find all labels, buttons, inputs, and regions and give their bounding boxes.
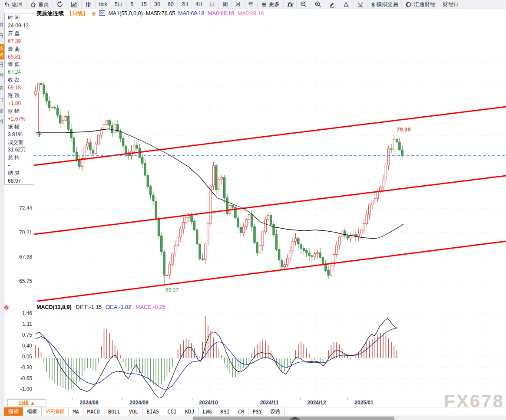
hamburger-icon <box>261 2 267 7</box>
strip-item[interactable]: 月 <box>0 72 4 78</box>
toolbar-more[interactable]: 更多 <box>258 0 284 9</box>
toolbar-zoom-out[interactable] <box>297 0 311 9</box>
toolbar-sim-trading[interactable]: $模拟交易 <box>368 0 402 9</box>
toolbar-monthly[interactable]: 月 <box>232 0 245 9</box>
toolbar-4h[interactable]: 4H <box>192 0 206 9</box>
tab-LW&[interactable]: LW& <box>199 407 217 416</box>
tab-MA[interactable]: MA <box>69 407 83 416</box>
macd-axis-tick: -0.30 <box>12 364 32 371</box>
toolbar-back[interactable]: 返回 <box>0 0 26 9</box>
svg-text:79.39: 79.39 <box>397 126 411 133</box>
toolbar-triangle-down[interactable] <box>354 0 368 9</box>
tab-BIAS[interactable]: BIAS <box>142 407 163 416</box>
ma-current-value: MA0:69.18 <box>208 10 234 16</box>
triangle-down-icon <box>357 1 364 8</box>
price-axis-tick: 70.21 <box>12 230 32 236</box>
tab-PSY[interactable]: PSY <box>248 407 266 416</box>
month-tick <box>73 398 73 400</box>
toolbar-30min[interactable]: 30 <box>151 0 164 9</box>
strip-item[interactable]: 者 <box>0 85 4 91</box>
strip-item[interactable]: 势 <box>0 52 4 57</box>
toolbar-tick[interactable]: tick <box>96 0 111 9</box>
toolbar-5d[interactable]: 5日 <box>111 0 127 9</box>
strip-item[interactable]: 线 <box>0 46 4 51</box>
macd-chart-canvas[interactable] <box>0 304 506 398</box>
horizontal-scrollbar[interactable] <box>0 416 506 420</box>
toolbar-yearly-label: 年 <box>248 1 254 8</box>
ma-values: MA0:69.18MA0:69.18MA0:69.18 <box>178 10 267 16</box>
macd-axis-tick: -0.65 <box>12 375 32 381</box>
tab-指标[interactable]: 指标 <box>4 407 23 416</box>
macd-gridlines <box>34 305 506 398</box>
indicator-settings-icon[interactable] <box>3 304 10 312</box>
triangle-up-icon <box>343 1 350 7</box>
toolbar-fx678-site[interactable]: 汇通财经 <box>402 0 439 9</box>
macd-axis-tick: 0.40 <box>12 343 32 349</box>
trend-channel-lines[interactable] <box>34 107 506 301</box>
toolbar-home[interactable]: 首页 <box>26 0 53 9</box>
toolbar-4h-label: 4H <box>195 1 202 7</box>
tab-CCI[interactable]: CCI <box>163 407 181 416</box>
price-chart-canvas[interactable]: 79.3965.27 <box>0 9 506 304</box>
period-selector[interactable]: 日线 ▲ <box>7 399 46 407</box>
mini-chart-icon <box>99 10 105 17</box>
symbol-period[interactable]: 【日线】 <box>67 10 89 17</box>
toolbar-indicator-settings[interactable] <box>82 0 96 9</box>
price-axis-tick: 65.75 <box>12 278 32 284</box>
strip-item[interactable]: 料 <box>0 119 4 124</box>
macd-header: MACD(13,8,9) DIFF:-1.15 DEA:-1.02 MACD:-… <box>36 304 165 310</box>
scrollbar-arrow-icon[interactable] <box>289 417 301 420</box>
toolbar-chart-type[interactable] <box>67 0 82 9</box>
info-value: +1.80 <box>8 100 34 108</box>
tab-MACD[interactable]: MACD <box>83 407 104 416</box>
tab-RSI[interactable]: RSI <box>216 407 234 416</box>
tab-设置[interactable]: 设置 <box>266 407 285 416</box>
toolbar-zoom-in[interactable] <box>311 0 325 9</box>
diff-line <box>36 318 397 398</box>
toolbar-triangle-up[interactable] <box>339 0 354 9</box>
info-label: 最 高 <box>8 46 34 53</box>
toolbar-draw[interactable] <box>325 0 339 9</box>
toolbar-60min[interactable]: 60 <box>164 0 178 9</box>
toolbar-fx678-site-label: 汇通财经 <box>413 1 435 8</box>
tab-BOLL[interactable]: BOLL <box>104 407 125 416</box>
strip-item[interactable]: 时 <box>0 22 4 27</box>
toolbar-2h[interactable]: 2H <box>178 0 192 9</box>
toolbar-fx-functions[interactable]: fx <box>284 0 297 9</box>
strip-item[interactable]: 日 <box>0 33 4 38</box>
toolbar-tick-label: tick <box>99 1 107 7</box>
tab-VOL[interactable]: VOL <box>125 407 143 416</box>
strip-item[interactable]: 资 <box>0 108 4 114</box>
globe-icon <box>405 1 412 8</box>
pencil-icon <box>329 1 335 8</box>
strip-item[interactable]: 日 <box>0 62 4 67</box>
toolbar-daily[interactable]: 日 <box>206 0 219 9</box>
toolbar-back-label: 返回 <box>12 1 23 8</box>
macd-axis-tick: -1.00 <box>12 386 32 392</box>
left-sidebar-strip[interactable]: 时日线势日月者门资料 <box>0 9 4 416</box>
ma-current-value: MA0:69.18 <box>238 10 264 16</box>
toolbar-5min[interactable]: 5 <box>127 0 137 9</box>
tab-VIP指标[interactable]: VIP指标 <box>42 407 69 416</box>
macd-axis-tick: 1.11 <box>12 321 32 327</box>
toolbar-refresh[interactable] <box>53 0 67 9</box>
toolbar-fin-calendar[interactable]: 财经日 <box>439 0 463 9</box>
tab-模板[interactable]: 模板 <box>23 407 42 416</box>
date-axis-label: 2024/09 <box>129 400 148 406</box>
toolbar-yearly[interactable]: 年 <box>245 0 258 9</box>
svg-text:65.27: 65.27 <box>165 287 179 293</box>
info-label: 时 间 <box>8 14 34 22</box>
macd-axis-tick: 1.46 <box>12 310 32 316</box>
toolbar-fin-calendar-label: 财经日 <box>443 1 459 8</box>
macd-histogram <box>36 316 397 390</box>
toolbar-weekly[interactable]: 周 <box>219 0 232 9</box>
toolbar-5min-label: 5 <box>130 1 133 7</box>
date-axis-label: 2024/10 <box>199 400 218 406</box>
info-label: 结 算 <box>8 170 34 177</box>
toolbar-15min[interactable]: 15 <box>137 0 151 9</box>
tab-CR[interactable]: CR <box>234 407 248 416</box>
add-compare-icon[interactable]: ⊕ <box>92 10 96 17</box>
strip-item[interactable]: 门 <box>0 97 4 102</box>
tab-KDJ[interactable]: KDJ <box>181 407 199 416</box>
info-value: 31.62万 <box>8 146 34 154</box>
